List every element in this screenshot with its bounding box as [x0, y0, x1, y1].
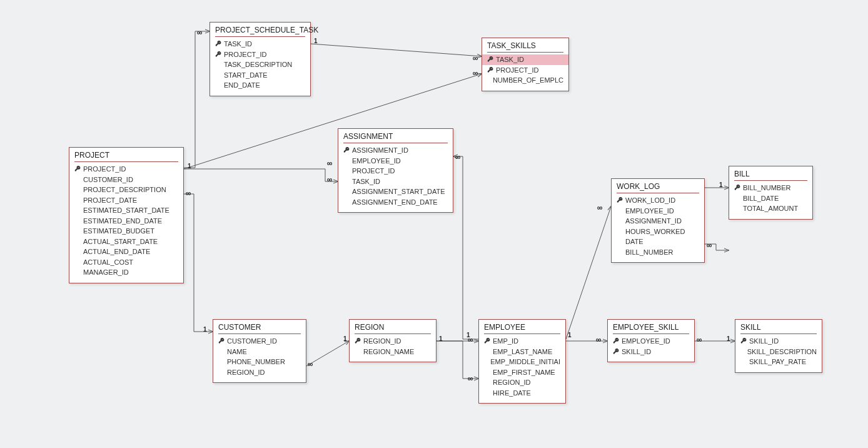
field-row[interactable]: 🔑SKILL_ID	[735, 336, 822, 347]
primary-key-icon: 🔑	[613, 337, 622, 346]
field-label: TASK_ID	[224, 39, 252, 49]
cardinality-many-label: ∞	[596, 335, 602, 344]
cardinality-many-label: ∞	[473, 54, 478, 63]
field-row[interactable]: 🔑TASK_ID	[210, 39, 310, 49]
field-row[interactable]: MANAGER_ID	[69, 267, 183, 278]
entity-fields: 🔑WORK_LOD_IDEMPLOYEE_IDASSIGNMENT_IDHOUR…	[612, 193, 704, 262]
field-label: TASK_ID	[352, 177, 380, 186]
field-label: EMPLOYEE_ID	[352, 156, 401, 166]
field-row[interactable]: 🔑PROJECT_ID	[210, 49, 310, 60]
field-row[interactable]: 🔑PROJECT_ID	[69, 164, 183, 175]
entity-employee[interactable]: EMPLOYEE🔑EMP_IDEMP_LAST_NAMEEMP_MIDDLE_I…	[478, 319, 566, 404]
entity-fields: 🔑CUSTOMER_IDNAMEPHONE_NUMBERREGION_ID	[213, 334, 306, 382]
field-row[interactable]: PROJECT_ID	[338, 166, 453, 176]
field-row[interactable]: 🔑EMP_ID	[479, 336, 565, 347]
entity-fields: 🔑REGION_IDREGION_NAME	[350, 334, 436, 362]
field-row[interactable]: SKILL_PAY_RATE	[735, 357, 822, 367]
field-row[interactable]: EMP_MIDDLE_INITIAI	[479, 357, 565, 367]
cardinality-one-label: 1	[188, 163, 191, 170]
entity-task_skills[interactable]: TASK_SKILLS🔑TASK_ID🔑PROJECT_IDNUMBER_OF_…	[482, 38, 569, 91]
entity-title: ASSIGNMENT	[338, 129, 453, 143]
field-label: ASSIGNMENT_ID	[625, 216, 682, 226]
cardinality-many-label: ∞	[473, 69, 478, 78]
field-label: SKILL_PAY_RATE	[749, 357, 806, 367]
entity-title: EMPLOYEE_SKILL	[608, 320, 694, 333]
field-row[interactable]: SKILL_DESCRIPTION	[735, 347, 822, 357]
field-row[interactable]: BILL_DATE	[729, 193, 812, 204]
field-row[interactable]: EMP_FIRST_NAME	[479, 367, 565, 378]
field-row[interactable]: HOURS_WORKED	[612, 227, 704, 237]
field-row[interactable]: BILL_NUMBER	[612, 247, 704, 258]
field-row[interactable]: REGION_ID	[479, 377, 565, 388]
cardinality-many-label: ∞	[455, 153, 461, 161]
field-row[interactable]: 🔑PROJECT_ID	[482, 65, 568, 76]
field-label: EMP_LAST_NAME	[493, 347, 552, 357]
field-row[interactable]: ACTUAL_COST	[69, 257, 183, 268]
entity-assignment[interactable]: ASSIGNMENT🔑ASSIGNMENT_IDEMPLOYEE_IDPROJE…	[338, 128, 453, 213]
field-row[interactable]: 🔑ASSIGNMENT_ID	[338, 145, 453, 156]
field-row[interactable]: PHONE_NUMBER	[213, 357, 306, 367]
field-row[interactable]: ESTIMATED_BUDGET	[69, 226, 183, 237]
field-row[interactable]: 🔑TASK_ID	[482, 54, 568, 65]
entity-fields: 🔑TASK_ID🔑PROJECT_IDTASK_DESCRIPTIONSTART…	[210, 37, 310, 96]
field-row[interactable]: PROJECT_DATE	[69, 195, 183, 206]
field-row[interactable]: TOTAL_AMOUNT	[729, 203, 812, 214]
cardinality-one-label: 1	[568, 332, 572, 339]
field-row[interactable]: ASSIGNMENT_START_DATE	[338, 186, 453, 197]
field-row[interactable]: EMPLOYEE_ID	[612, 206, 704, 216]
entity-work_log[interactable]: WORK_LOG🔑WORK_LOD_IDEMPLOYEE_IDASSIGNMEN…	[611, 178, 705, 263]
field-row[interactable]: 🔑EMPLOYEE_ID	[608, 336, 694, 347]
field-row[interactable]: CUSTOMER_ID	[69, 175, 183, 185]
entity-project[interactable]: PROJECT🔑PROJECT_IDCUSTOMER_IDPROJECT_DES…	[69, 147, 184, 283]
field-row[interactable]: 🔑REGION_ID	[350, 336, 436, 347]
field-label: TOTAL_AMOUNT	[743, 204, 798, 213]
entity-title: WORK_LOG	[612, 179, 704, 193]
entity-customer[interactable]: CUSTOMER🔑CUSTOMER_IDNAMEPHONE_NUMBERREGI…	[213, 319, 306, 383]
entity-project_schedule_task[interactable]: PROJECT_SCHEDULE_TASK🔑TASK_ID🔑PROJECT_ID…	[209, 22, 311, 96]
cardinality-many-label: ∞	[468, 374, 473, 383]
field-row[interactable]: ACTUAL_END_DATE	[69, 247, 183, 257]
field-row[interactable]: TASK_ID	[338, 176, 453, 187]
entity-title: BILL	[729, 166, 812, 180]
field-row[interactable]: DATE	[612, 237, 704, 247]
field-label: ASSIGNMENT_ID	[352, 146, 408, 155]
field-row[interactable]: ACTUAL_START_DATE	[69, 237, 183, 247]
field-row[interactable]: 🔑CUSTOMER_ID	[213, 336, 306, 347]
entity-bill[interactable]: BILL🔑BILL_NUMBERBILL_DATETOTAL_AMOUNT	[729, 166, 813, 220]
entity-fields: 🔑ASSIGNMENT_IDEMPLOYEE_IDPROJECT_IDTASK_…	[338, 143, 453, 212]
entity-employee_skill[interactable]: EMPLOYEE_SKILL🔑EMPLOYEE_ID🔑SKILL_ID	[607, 319, 695, 362]
field-label: PROJECT_DESCRIPTION	[83, 185, 166, 195]
entity-fields: 🔑PROJECT_IDCUSTOMER_IDPROJECT_DESCRIPTIO…	[69, 162, 183, 283]
field-row[interactable]: ESTIMATED_START_DATE	[69, 205, 183, 216]
field-row[interactable]: ASSIGNMENT_ID	[612, 216, 704, 227]
field-row[interactable]: NUMBER_OF_EMPLC	[482, 75, 568, 86]
field-row[interactable]: 🔑SKILL_ID	[608, 347, 694, 357]
field-row[interactable]: END_DATE	[210, 80, 310, 91]
field-label: EMP_MIDDLE_INITIAI	[490, 357, 560, 367]
field-row[interactable]: HIRE_DATE	[479, 388, 565, 399]
entity-skill[interactable]: SKILL🔑SKILL_IDSKILL_DESCRIPTIONSKILL_PAY…	[735, 319, 822, 373]
field-row[interactable]: TASK_DESCRIPTION	[210, 59, 310, 70]
field-label: TASK_ID	[496, 55, 524, 64]
entity-region[interactable]: REGION🔑REGION_IDREGION_NAME	[349, 319, 437, 362]
entity-title: PROJECT_SCHEDULE_TASK	[210, 23, 310, 36]
primary-key-icon: 🔑	[74, 165, 83, 174]
field-row[interactable]: ESTIMATED_END_DATE	[69, 216, 183, 227]
field-row[interactable]: REGION_NAME	[350, 347, 436, 357]
field-row[interactable]: ASSIGNMENT_END_DATE	[338, 197, 453, 208]
field-label: NUMBER_OF_EMPLC	[493, 76, 563, 85]
field-row[interactable]: 🔑BILL_NUMBER	[729, 183, 812, 193]
cardinality-many-label: ∞	[197, 28, 203, 37]
field-row[interactable]: PROJECT_DESCRIPTION	[69, 185, 183, 195]
field-row[interactable]: NAME	[213, 347, 306, 357]
field-row[interactable]: EMPLOYEE_ID	[338, 156, 453, 166]
primary-key-icon: 🔑	[215, 50, 224, 59]
entity-title: TASK_SKILLS	[482, 38, 568, 52]
field-row[interactable]: EMP_LAST_NAME	[479, 347, 565, 357]
field-row[interactable]: REGION_ID	[213, 367, 306, 378]
field-row[interactable]: 🔑WORK_LOD_ID	[612, 195, 704, 206]
cardinality-many-label: ∞	[186, 189, 191, 198]
primary-key-icon: 🔑	[487, 55, 496, 64]
cardinality-many-label: ∞	[327, 159, 333, 168]
field-row[interactable]: START_DATE	[210, 70, 310, 81]
